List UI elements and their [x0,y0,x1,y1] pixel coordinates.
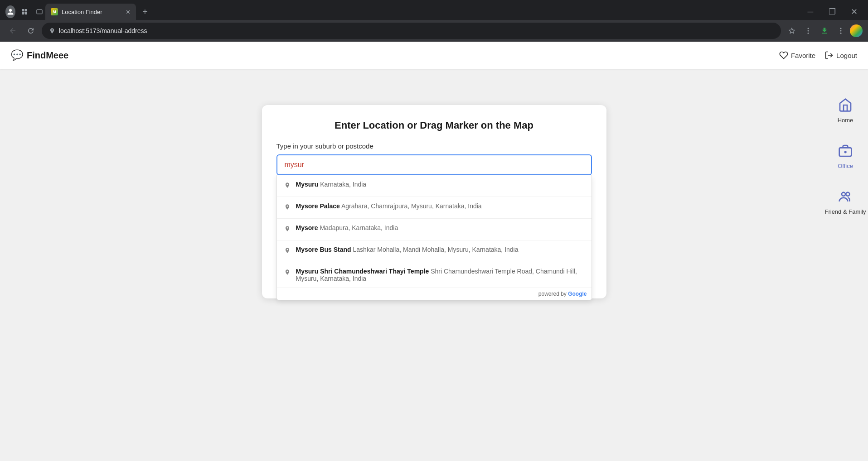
svg-rect-2 [22,12,24,14]
new-tab-button[interactable]: + [138,7,152,17]
main-content: Enter Location or Drag Marker on the Map… [0,69,868,461]
suggestion-text-3: Mysore Bus Stand Lashkar Mohalla, Mandi … [296,246,519,253]
svg-point-71 [842,192,845,196]
back-button[interactable] [5,24,20,38]
pin-icon-3 [284,246,291,256]
tab-title: Location Finder [62,9,102,15]
browser-toolbar [0,20,868,42]
svg-rect-3 [25,12,27,14]
favorite-label: Favorite [791,52,815,59]
suggestion-item-0[interactable]: Mysuru Karnataka, India [277,175,592,197]
right-sidebar: Home Office Friend & Family [823,69,868,461]
svg-point-7 [808,33,809,34]
svg-point-8 [840,28,842,29]
pin-icon-2 [284,225,291,235]
autocomplete-dropdown: Mysuru Karnataka, India Mysore Palace Ag… [276,175,592,300]
logout-button[interactable]: Logout [824,51,857,60]
window-icon-btn[interactable] [34,5,45,19]
extensions-button[interactable] [801,24,815,38]
nav-actions: Favorite Logout [779,51,857,60]
browser-chrome: M Location Finder ✕ + ─ ❐ ✕ [0,0,868,42]
tab-bar: M Location Finder ✕ + ─ ❐ ✕ [0,0,868,20]
reload-button[interactable] [24,24,38,38]
logout-label: Logout [836,52,857,59]
active-tab[interactable]: M Location Finder ✕ [45,4,136,20]
home-icon [836,96,854,114]
office-icon [836,142,854,160]
location-search-input[interactable] [276,154,592,175]
pin-icon-1 [284,203,291,213]
svg-point-72 [846,192,849,196]
tab-close-icon[interactable]: ✕ [126,9,131,15]
sidebar-item-home[interactable]: Home [836,96,854,124]
pin-icon-0 [284,181,291,191]
friends-icon [836,187,854,206]
svg-rect-0 [22,9,24,11]
svg-point-10 [840,33,842,34]
powered-by: powered by Google [277,288,592,300]
logo-chat-icon: 💬 [11,49,23,61]
close-button[interactable]: ✕ [844,5,864,19]
minimize-button[interactable]: ─ [800,5,821,19]
office-label: Office [838,163,853,169]
app-nav: 💬 FindMeee Favorite Logout [0,42,868,69]
svg-point-5 [808,30,809,32]
powered-by-text: powered by [538,291,568,297]
more-menu-button[interactable] [834,24,848,38]
suggestion-item-3[interactable]: Mysore Bus Stand Lashkar Mohalla, Mandi … [277,240,592,262]
bookmark-star-button[interactable] [785,24,799,38]
suggestion-item-2[interactable]: Mysore Madapura, Karnataka, India [277,219,592,240]
address-bar[interactable] [42,23,781,39]
google-brand: Google [568,291,587,297]
suggestion-text-0: Mysuru Karnataka, India [296,181,367,188]
suggestion-item-4[interactable]: Mysuru Shri Chamundeshwari Thayi Temple … [277,262,592,288]
app-container: 💬 FindMeee Favorite Logout Enter Locatio… [0,42,868,461]
suggestion-text-4: Mysuru Shri Chamundeshwari Thayi Temple … [296,268,584,282]
sidebar-item-office[interactable]: Office [836,142,854,169]
restore-button[interactable]: ❐ [822,5,843,19]
toolbar-actions [785,24,863,38]
location-card: Enter Location or Drag Marker on the Map… [262,105,606,298]
favorite-button[interactable]: Favorite [779,51,815,60]
card-title: Enter Location or Drag Marker on the Map [276,120,592,131]
profile-button[interactable] [850,24,863,37]
search-input-wrapper: Mysuru Karnataka, India Mysore Palace Ag… [276,154,592,175]
friends-label: Friend & Family [824,208,866,215]
sidebar-item-friends[interactable]: Friend & Family [824,187,866,215]
window-controls: ─ ❐ ✕ [800,5,868,19]
svg-point-6 [808,28,809,29]
suggestion-text-1: Mysore Palace Agrahara, Chamrajpura, Mys… [296,202,482,210]
logo-text: FindMeee [27,50,68,61]
url-input[interactable] [59,27,774,34]
tabs-icon-btn[interactable] [19,5,30,19]
download-button[interactable] [817,24,832,38]
home-label: Home [838,117,853,124]
app-logo: 💬 FindMeee [11,49,68,61]
pin-icon-4 [284,268,291,278]
svg-rect-1 [25,9,27,11]
suggestion-text-2: Mysore Madapura, Karnataka, India [296,224,398,231]
card-label: Type in your suburb or postcode [276,142,592,150]
profile-icon-btn[interactable] [5,5,15,18]
svg-point-9 [840,30,842,32]
suggestion-item-1[interactable]: Mysore Palace Agrahara, Chamrajpura, Mys… [277,197,592,219]
svg-rect-4 [37,10,42,14]
